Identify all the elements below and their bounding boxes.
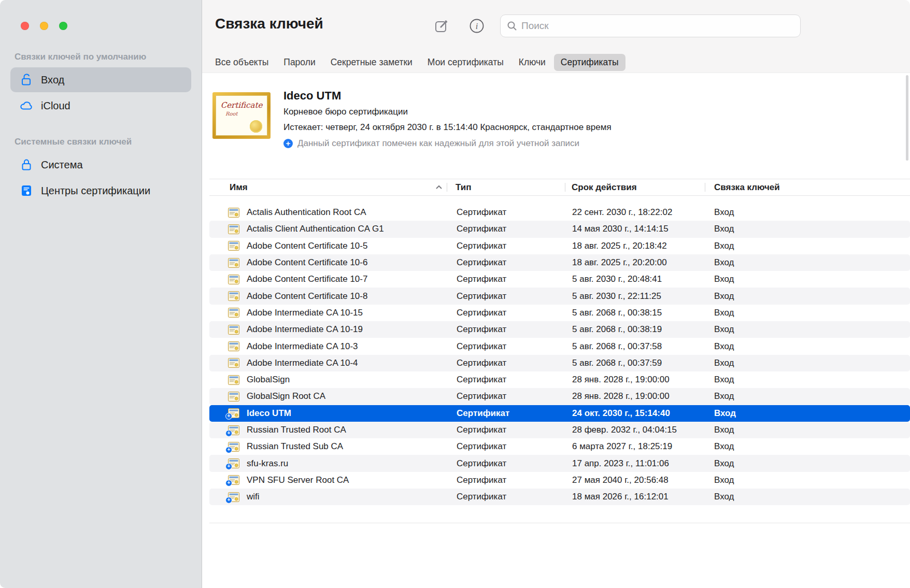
cert-type: Сертификат <box>457 308 506 318</box>
cert-expiry: 14 мая 2030 г., 14:14:15 <box>572 224 669 234</box>
cert-name: Russian Trusted Root CA <box>247 425 346 435</box>
table-row[interactable]: + sfu-kras.ru Сертификат 17 апр. 2023 г.… <box>209 455 910 471</box>
table-row[interactable]: + Adobe Intermediate CA 10-4 Сертификат … <box>209 355 910 371</box>
plus-badge-icon: + <box>225 480 232 486</box>
tab-certificates[interactable]: Сертификаты <box>554 54 625 71</box>
table-row[interactable]: + Russian Trusted Sub CA Сертификат 6 ма… <box>209 438 910 455</box>
main-panel: Связка ключей i Все об <box>202 0 910 588</box>
tab-my-certificates[interactable]: Мои сертификаты <box>421 54 510 71</box>
compose-icon[interactable] <box>432 17 451 35</box>
table-row[interactable]: + Adobe Intermediate CA 10-15 Сертификат… <box>209 305 910 321</box>
column-header-keychain[interactable]: Связка ключей <box>705 179 910 195</box>
cert-type: Сертификат <box>457 241 506 251</box>
cert-expiry: 18 авг. 2025 г., 20:18:42 <box>572 241 667 251</box>
tab-keys[interactable]: Ключи <box>512 54 552 71</box>
cert-type: Сертификат <box>457 441 506 452</box>
certificate-detail: Certificate Root Ideco UTM Корневое бюро… <box>212 88 612 149</box>
table-row[interactable]: + Adobe Content Certificate 10-8 Сертифи… <box>209 288 910 304</box>
table-row[interactable]: + wifi Сертификат 18 мая 2026 г., 16:12:… <box>209 489 910 505</box>
tab-all-items[interactable]: Все объекты <box>208 54 275 71</box>
sidebar-item-system[interactable]: Система <box>10 152 191 177</box>
plus-badge-icon: + <box>225 413 232 420</box>
minimize-window-button[interactable] <box>40 22 48 30</box>
table-row[interactable]: + Adobe Intermediate CA 10-19 Сертификат… <box>209 321 910 338</box>
tab-secure-notes[interactable]: Секретные заметки <box>324 54 419 71</box>
certificate-icon: + <box>228 224 239 234</box>
cert-type: Сертификат <box>457 408 509 419</box>
search-input[interactable] <box>521 20 794 32</box>
cert-keychain: Вход <box>714 257 734 268</box>
cert-name: Russian Trusted Sub CA <box>247 441 343 452</box>
certificate-icon: + <box>228 208 239 218</box>
cert-name: GlobalSign <box>247 375 290 385</box>
sidebar: Связки ключей по умолчанию Вход <box>0 0 202 588</box>
certificate-icon: + <box>228 358 239 368</box>
sidebar-item-label: Центры сертификации <box>41 185 150 197</box>
cert-keychain: Вход <box>714 475 734 485</box>
cert-name: VPN SFU Server Root CA <box>247 475 349 485</box>
certificate-icon: + <box>228 341 239 351</box>
cert-name: Ideco UTM <box>247 408 291 419</box>
info-icon[interactable]: i <box>467 17 486 35</box>
sidebar-section-default-keychains: Связки ключей по умолчанию <box>15 52 202 62</box>
certificate-icon: + <box>228 308 239 318</box>
close-window-button[interactable] <box>21 22 29 30</box>
table-row[interactable]: + GlobalSign Сертификат 28 янв. 2028 г.,… <box>209 371 910 388</box>
table-row[interactable]: + GlobalSign Root CA Сертификат 28 янв. … <box>209 388 910 405</box>
cert-keychain: Вход <box>714 375 734 385</box>
search-field[interactable] <box>500 15 801 37</box>
plus-badge-icon: + <box>225 447 232 453</box>
cert-name: Adobe Content Certificate 10-8 <box>247 291 367 302</box>
certificate-icon: + <box>228 291 239 301</box>
cert-expiry: 5 авг. 2068 г., 00:38:19 <box>572 324 662 335</box>
table-row[interactable]: + Ideco UTM Сертификат 24 окт. 2030 г., … <box>209 405 910 422</box>
zoom-window-button[interactable] <box>59 22 67 30</box>
cert-expiry: 5 авг. 2068 г., 00:37:59 <box>572 358 662 368</box>
column-header-name[interactable]: Имя <box>209 179 447 195</box>
tab-passwords[interactable]: Пароли <box>277 54 322 71</box>
table-header: Имя Тип Срок действия Связка ключей <box>209 179 910 196</box>
cert-expiry: 5 авг. 2068 г., 00:37:58 <box>572 341 662 352</box>
sidebar-item-icloud[interactable]: iCloud <box>10 93 191 118</box>
unlock-icon <box>20 73 33 87</box>
cert-expiry: 18 мая 2026 г., 16:12:01 <box>572 492 669 502</box>
scrollbar-thumb[interactable] <box>906 75 908 161</box>
table-row[interactable]: + Adobe Intermediate CA 10-3 Сертификат … <box>209 338 910 354</box>
plus-badge-icon: + <box>225 430 232 437</box>
table-row[interactable]: + Russian Trusted Root CA Сертификат 28 … <box>209 422 910 438</box>
cert-type: Сертификат <box>457 492 506 502</box>
table-row[interactable]: + VPN SFU Server Root CA Сертификат 27 м… <box>209 472 910 489</box>
cert-expiry: 28 янв. 2028 г., 19:00:00 <box>572 375 670 385</box>
certificate-seal-icon <box>250 120 262 133</box>
trust-note: Данный сертификат помечен как надежный д… <box>297 138 579 149</box>
sidebar-item-login[interactable]: Вход <box>10 67 191 92</box>
sidebar-item-certificate-authorities[interactable]: Центры сертификации <box>10 178 191 203</box>
table-row[interactable]: + Actalis Authentication Root CA Сертифи… <box>209 204 910 221</box>
sidebar-section-system-keychains: Системные связки ключей <box>15 137 202 147</box>
cert-keychain: Вход <box>714 324 734 335</box>
cert-type: Сертификат <box>457 207 506 218</box>
cert-keychain: Вход <box>714 207 734 218</box>
column-header-type[interactable]: Тип <box>447 179 565 195</box>
cert-name: Adobe Intermediate CA 10-15 <box>247 308 363 318</box>
certificate-icon: + <box>228 425 239 435</box>
plus-badge-icon: + <box>225 463 232 470</box>
cert-keychain: Вход <box>714 291 734 302</box>
cert-keychain: Вход <box>714 241 734 251</box>
cert-type: Сертификат <box>457 458 506 469</box>
column-header-expires[interactable]: Срок действия <box>565 179 705 195</box>
table-row[interactable]: + Adobe Content Certificate 10-5 Сертифи… <box>209 238 910 254</box>
cert-type: Сертификат <box>457 291 506 302</box>
cert-name: Adobe Intermediate CA 10-19 <box>247 324 363 335</box>
certificate-icon: + <box>228 275 239 284</box>
cert-keychain: Вход <box>714 274 734 284</box>
table-row[interactable]: + Adobe Content Certificate 10-6 Сертифи… <box>209 254 910 271</box>
table-bottom-divider <box>209 523 910 523</box>
cert-name: Adobe Intermediate CA 10-4 <box>247 358 358 368</box>
table-row[interactable]: + Adobe Content Certificate 10-7 Сертифи… <box>209 271 910 288</box>
traffic-lights <box>21 22 67 30</box>
table-row[interactable]: + Actalis Client Authentication CA G1 Се… <box>209 221 910 237</box>
cert-type: Сертификат <box>457 475 506 485</box>
cert-keychain: Вход <box>714 408 736 419</box>
cert-type: Сертификат <box>457 257 506 268</box>
